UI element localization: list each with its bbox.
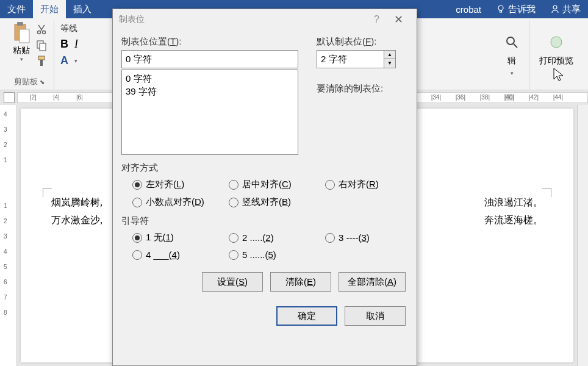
default-tab-label: 默认制表位(F):: [317, 36, 408, 48]
default-tab-spinner[interactable]: 2 字符 ▲ ▼: [317, 50, 396, 68]
tab-position-listbox[interactable]: 0 字符 39 字符: [121, 70, 298, 155]
svg-point-0: [498, 5, 503, 10]
leader-4-radio[interactable]: 4 ___(4): [132, 249, 212, 260]
doc-text-line1-right: 浊浪遏江渚。: [484, 194, 543, 212]
alignment-section-title: 对齐方式: [121, 162, 408, 174]
vertical-ruler[interactable]: 4 3 2 1 1 2 3 4 5 6 7 8: [0, 105, 17, 366]
preview-label: 打印预览: [539, 56, 573, 66]
tab-selector-button[interactable]: [4, 92, 15, 103]
ribbon-group-edit: 辑 ▾: [495, 21, 529, 90]
list-item[interactable]: 39 字符: [126, 85, 294, 98]
svg-point-12: [507, 37, 514, 45]
svg-point-7: [43, 31, 46, 34]
svg-point-2: [553, 5, 557, 9]
spinner-down-button[interactable]: ▼: [384, 59, 395, 68]
person-icon: [550, 4, 560, 14]
set-button[interactable]: 设置(S): [202, 272, 263, 292]
align-decimal-radio[interactable]: 小数点对齐(D): [132, 196, 212, 208]
align-right-radio[interactable]: 右对齐(R): [325, 179, 404, 190]
menu-share[interactable]: 共享: [543, 0, 588, 18]
menu-tellme[interactable]: 告诉我: [489, 0, 543, 18]
svg-point-14: [551, 37, 562, 48]
clipboard-icon: [11, 21, 32, 45]
leader-3-radio[interactable]: 3 ----(3): [325, 232, 404, 243]
font-color-button[interactable]: A: [60, 54, 68, 67]
ok-button[interactable]: 确定: [276, 306, 337, 326]
dialog-title: 制表位: [119, 14, 367, 25]
doc-text-line1-left: 烟岚腾岭树,: [51, 194, 102, 212]
cancel-button[interactable]: 取消: [345, 306, 406, 326]
menu-home[interactable]: 开始: [33, 0, 66, 18]
svg-line-13: [514, 44, 517, 48]
menu-acrobat[interactable]: crobat: [448, 0, 489, 18]
leader-section-title: 引导符: [121, 215, 408, 227]
font-name-selector[interactable]: 等线: [60, 23, 78, 34]
menu-file[interactable]: 文件: [0, 0, 33, 18]
clear-all-button[interactable]: 全部清除(A): [339, 272, 406, 292]
clear-tabs-label: 要清除的制表位:: [317, 83, 408, 95]
edit-label: 辑: [507, 56, 516, 66]
vertical-scrollbar[interactable]: [577, 105, 588, 366]
svg-rect-11: [40, 60, 43, 66]
doc-text-line2-left: 万水激金沙,: [51, 212, 102, 229]
svg-rect-1: [500, 10, 502, 12]
svg-point-6: [38, 31, 41, 34]
align-bar-radio[interactable]: 竖线对齐(B): [229, 196, 308, 208]
svg-rect-5: [20, 29, 29, 43]
bulb-icon: [496, 4, 506, 14]
format-painter-icon[interactable]: [35, 55, 48, 67]
tab-stops-dialog: 制表位 ? ✕ 制表位位置(T): 0 字符 39 字符 默认制表位(F): 2…: [112, 9, 417, 366]
svg-rect-4: [17, 22, 23, 26]
clipboard-label: 剪贴板 ⬊: [14, 75, 45, 90]
leader-5-radio[interactable]: 5 ......(5): [229, 249, 308, 260]
ribbon-group-preview: 打印预览 ▾: [529, 21, 583, 90]
dialog-help-button[interactable]: ?: [367, 14, 387, 25]
leader-1-radio[interactable]: 1 无(1): [132, 232, 212, 243]
spinner-up-button[interactable]: ▲: [384, 51, 395, 59]
leader-2-radio[interactable]: 2 .....(2): [229, 232, 308, 243]
dialog-close-button[interactable]: ✕: [387, 13, 411, 26]
align-left-radio[interactable]: 左对齐(L): [132, 179, 212, 190]
clear-button[interactable]: 清除(E): [270, 272, 331, 292]
copy-icon[interactable]: [35, 39, 48, 51]
cut-icon[interactable]: [35, 23, 48, 35]
search-icon[interactable]: [504, 35, 519, 49]
ribbon-group-clipboard: 粘贴 ▾ 剪贴板 ⬊: [5, 21, 54, 90]
paste-button[interactable]: 粘贴 ▾: [11, 21, 32, 62]
print-preview-icon[interactable]: [549, 35, 564, 49]
doc-text-line2-right: 奔流逐海槎。: [484, 212, 543, 229]
svg-rect-10: [38, 56, 45, 60]
italic-button[interactable]: I: [74, 38, 78, 51]
tab-position-label: 制表位位置(T):: [121, 36, 298, 48]
bold-button[interactable]: B: [60, 38, 68, 51]
svg-rect-9: [40, 43, 46, 51]
tab-position-input[interactable]: [121, 50, 298, 68]
menu-insert[interactable]: 插入: [66, 0, 99, 18]
list-item[interactable]: 0 字符: [126, 73, 294, 85]
ribbon-group-font: 等线 B I A ▾: [54, 21, 84, 90]
align-center-radio[interactable]: 居中对齐(C): [229, 179, 308, 190]
